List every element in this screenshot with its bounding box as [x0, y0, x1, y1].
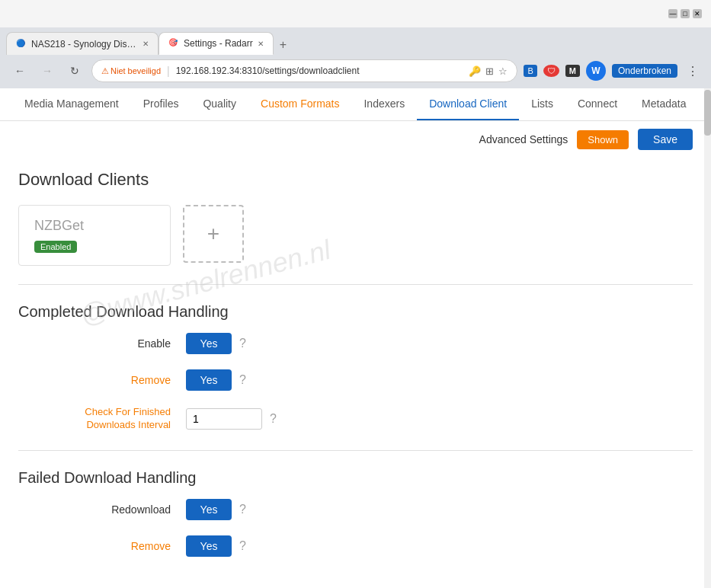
address-url: 192.168.192.34:8310/settings/downloadcli…	[176, 66, 463, 76]
enable-yes-button[interactable]: Yes	[186, 333, 232, 354]
nav-download-client[interactable]: Download Client	[417, 88, 519, 120]
remove-label: Remove	[18, 374, 186, 386]
redownload-yes-button[interactable]: Yes	[186, 499, 232, 520]
nav-custom-formats[interactable]: Custom Formats	[248, 88, 351, 120]
redownload-help-icon[interactable]: ?	[239, 503, 246, 516]
remove-failed-control: Yes ?	[186, 535, 246, 557]
ext1-icon[interactable]: B	[524, 65, 536, 77]
nav-quality[interactable]: Quality	[191, 88, 248, 120]
refresh-button[interactable]: ↻	[64, 60, 85, 81]
nas-favicon: 🔵	[16, 39, 27, 50]
client-name: NZBGet	[34, 218, 155, 234]
tab-nas-close[interactable]: ✕	[143, 40, 149, 48]
enabled-badge: Enabled	[34, 241, 77, 253]
check-interval-help-icon[interactable]: ?	[270, 412, 277, 426]
remove-yes-button[interactable]: Yes	[186, 369, 232, 391]
ext3-icon[interactable]: M	[565, 65, 580, 77]
check-interval-row: Check For FinishedDownloads Interval ?	[18, 406, 693, 432]
divider-1	[18, 284, 693, 285]
page-content: Media Management Profiles Quality Custom…	[0, 88, 711, 588]
redownload-label: Redownload	[18, 503, 186, 516]
remove-failed-yes-button[interactable]: Yes	[186, 535, 232, 557]
browser-menu-button[interactable]: ⋮	[684, 64, 702, 78]
address-separator: |	[167, 65, 170, 77]
divider-2	[18, 450, 693, 451]
remove-failed-row: Remove Yes ?	[18, 535, 693, 557]
failed-download-title: Failed Download Handling	[18, 469, 693, 487]
tab-radarr-title: Settings - Radarr	[184, 38, 253, 49]
nav-profiles[interactable]: Profiles	[131, 88, 191, 120]
page-title: Download Clients	[18, 170, 693, 190]
nav-connect[interactable]: Connect	[565, 88, 629, 120]
redownload-control: Yes ?	[186, 499, 246, 520]
title-bar: — □ ✕	[0, 0, 711, 27]
nav-lists[interactable]: Lists	[519, 88, 565, 120]
address-field[interactable]: ⚠ Niet beveiligd | 192.168.192.34:8310/s…	[91, 59, 517, 82]
enable-help-icon[interactable]: ?	[239, 337, 246, 350]
warning-text: Niet beveiligd	[110, 66, 161, 75]
add-client-button[interactable]: +	[183, 205, 244, 263]
forward-button[interactable]: →	[37, 60, 58, 81]
check-interval-control: ?	[186, 408, 277, 430]
minimize-button[interactable]: —	[668, 9, 677, 18]
remove-control: Yes ?	[186, 369, 246, 391]
translate-icon: ⊞	[485, 66, 494, 77]
address-bar: ← → ↻ ⚠ Niet beveiligd | 192.168.192.34:…	[0, 55, 711, 88]
save-button[interactable]: Save	[638, 129, 693, 150]
back-button[interactable]: ←	[9, 60, 30, 81]
completed-download-title: Completed Download Handling	[18, 303, 693, 321]
remove-help-icon[interactable]: ?	[239, 373, 246, 387]
profile-button[interactable]: W	[586, 61, 606, 81]
scrollbar-track[interactable]	[704, 88, 711, 588]
clients-row: NZBGet Enabled +	[18, 205, 693, 266]
bookmark-icon[interactable]: ☆	[498, 66, 508, 77]
scrollbar-thumb[interactable]	[704, 90, 711, 136]
tab-radarr-close[interactable]: ✕	[258, 40, 264, 48]
tabs-bar: 🔵 NAS218 - Synology DiskStation ✕ 🎯 Sett…	[0, 27, 711, 55]
tab-radarr[interactable]: 🎯 Settings - Radarr ✕	[159, 32, 274, 55]
key-icon: 🔑	[469, 66, 481, 77]
warning-icon: ⚠	[101, 66, 109, 76]
radarr-favicon: 🎯	[168, 38, 179, 49]
close-button[interactable]: ✕	[693, 9, 702, 18]
advanced-settings-bar: Advanced Settings Shown Save	[0, 121, 711, 158]
shown-button[interactable]: Shown	[577, 130, 629, 149]
settings-nav: Media Management Profiles Quality Custom…	[0, 88, 711, 121]
address-icons: 🔑 ⊞ ☆	[469, 66, 508, 77]
browser-window: — □ ✕ 🔵 NAS218 - Synology DiskStation ✕ …	[0, 0, 711, 588]
main-content: Download Clients NZBGet Enabled + Comple…	[0, 158, 711, 584]
security-warning: ⚠ Niet beveiligd	[101, 66, 161, 76]
check-interval-label: Check For FinishedDownloads Interval	[18, 406, 186, 432]
nav-metadata[interactable]: Metadata	[629, 88, 698, 120]
advanced-settings-label: Advanced Settings	[479, 133, 568, 145]
new-tab-button[interactable]: +	[274, 35, 293, 55]
status-badge[interactable]: Onderbroken	[612, 64, 677, 78]
tab-nas[interactable]: 🔵 NAS218 - Synology DiskStation ✕	[6, 32, 159, 55]
enable-control: Yes ?	[186, 333, 246, 354]
enable-label: Enable	[18, 337, 186, 350]
nzbget-card[interactable]: NZBGet Enabled	[18, 205, 171, 266]
check-interval-input[interactable]	[186, 408, 262, 430]
remove-row: Remove Yes ?	[18, 369, 693, 391]
maximize-button[interactable]: □	[681, 9, 690, 18]
nav-media-management[interactable]: Media Management	[12, 88, 131, 120]
nav-indexers[interactable]: Indexers	[351, 88, 417, 120]
redownload-row: Redownload Yes ?	[18, 499, 693, 520]
window-controls: — □ ✕	[668, 9, 702, 18]
remove-failed-label: Remove	[18, 540, 186, 552]
remove-failed-help-icon[interactable]: ?	[239, 539, 246, 553]
enable-row: Enable Yes ?	[18, 333, 693, 354]
ext2-icon[interactable]: 🛡	[543, 65, 559, 77]
tab-nas-title: NAS218 - Synology DiskStation	[31, 39, 138, 50]
